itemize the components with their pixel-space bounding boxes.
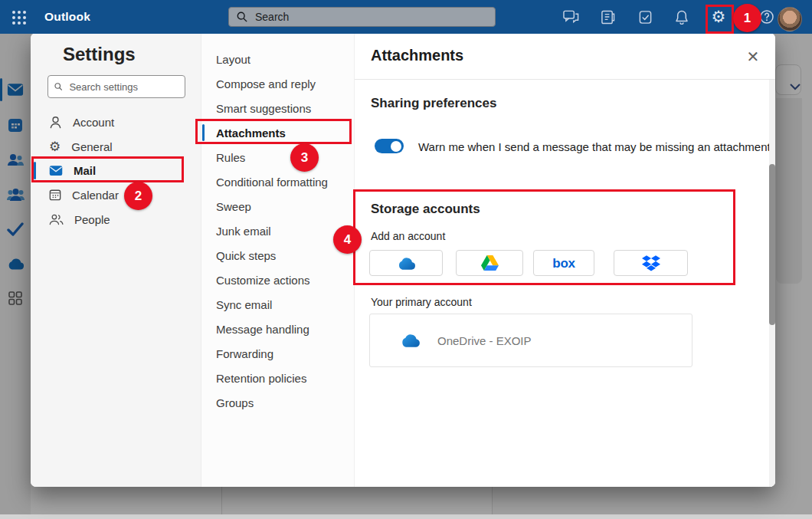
settings-modal: Settings Account ⚙ General Mail Calendar <box>31 33 775 487</box>
divider <box>355 79 775 80</box>
nav-label: Calendar <box>72 189 119 202</box>
notifications-bell-icon[interactable] <box>673 8 691 26</box>
search-input[interactable] <box>254 10 487 24</box>
search-icon <box>54 82 62 91</box>
mail-section-compose-and-reply[interactable]: Compose and reply <box>201 72 355 97</box>
account-avatar[interactable] <box>778 7 802 31</box>
onenote-feed-icon[interactable] <box>598 8 617 26</box>
mail-section-groups[interactable]: Groups <box>201 391 355 416</box>
window-bottom-edge <box>0 514 812 519</box>
mail-section-junk-email[interactable]: Junk email <box>201 219 355 244</box>
add-dropbox-button[interactable] <box>614 250 688 276</box>
primary-account-name: OneDrive - EXOIP <box>437 334 532 347</box>
mail-section-sweep[interactable]: Sweep <box>201 195 355 219</box>
mail-section-conditional-formatting[interactable]: Conditional formatting <box>201 170 355 195</box>
mail-section-attachments[interactable]: Attachments <box>201 121 355 146</box>
nav-label: People <box>74 213 110 226</box>
mail-sections-pane: Layout Compose and reply Smart suggestio… <box>201 33 354 487</box>
todo-icon[interactable] <box>636 8 654 26</box>
settings-gear-icon[interactable]: ⚙ <box>709 8 728 26</box>
add-google-drive-button[interactable] <box>456 250 523 276</box>
mail-section-layout[interactable]: Layout <box>201 48 355 72</box>
mail-section-retention-policies[interactable]: Retention policies <box>201 366 355 391</box>
panel-scrollbar <box>769 80 775 487</box>
help-icon[interactable] <box>758 8 776 26</box>
top-bar: Outlook ⚙ <box>0 0 812 34</box>
mail-section-customize-actions[interactable]: Customize actions <box>201 268 355 293</box>
settings-nav-mail[interactable]: Mail <box>31 158 201 182</box>
attachments-panel: Attachments ✕ Sharing preferences Warn m… <box>354 33 775 487</box>
mail-section-smart-suggestions[interactable]: Smart suggestions <box>201 97 355 121</box>
warn-missing-attachment-toggle[interactable] <box>375 139 404 153</box>
settings-title: Settings <box>63 44 136 65</box>
nav-label: Account <box>73 116 114 129</box>
mail-section-sync-email[interactable]: Sync email <box>201 293 355 317</box>
person-icon <box>49 116 62 129</box>
settings-nav-people[interactable]: People <box>31 207 201 232</box>
primary-account-heading: Your primary account <box>371 296 472 308</box>
mail-icon <box>49 165 63 176</box>
toggle-knob <box>391 141 401 152</box>
mail-section-rules[interactable]: Rules <box>201 146 355 170</box>
add-box-button[interactable]: box <box>533 250 594 276</box>
settings-nav-general[interactable]: ⚙ General <box>31 134 201 159</box>
onedrive-icon <box>399 333 421 347</box>
primary-account-card: OneDrive - EXOIP <box>369 314 692 367</box>
add-onedrive-button[interactable] <box>369 250 443 276</box>
box-logo: box <box>552 257 575 270</box>
dropbox-icon <box>642 255 660 271</box>
search-icon <box>237 11 247 22</box>
scrollbar-thumb[interactable] <box>769 164 775 325</box>
nav-label: General <box>71 140 112 153</box>
google-drive-icon <box>481 255 499 271</box>
close-icon[interactable]: ✕ <box>742 45 765 68</box>
nav-label: Mail <box>74 164 96 177</box>
settings-search-box[interactable] <box>47 75 185 98</box>
people-icon <box>49 214 64 225</box>
search-bar[interactable] <box>228 7 496 27</box>
add-account-label: Add an account <box>371 230 445 242</box>
sharing-preferences-heading: Sharing preferences <box>371 96 496 111</box>
app-launcher-icon[interactable] <box>12 11 26 25</box>
settings-search-input[interactable] <box>67 80 178 94</box>
settings-nav-pane: Settings Account ⚙ General Mail Calendar <box>31 33 201 487</box>
brand-title[interactable]: Outlook <box>44 0 90 34</box>
settings-nav-account[interactable]: Account <box>31 110 201 134</box>
toggle-label: Warn me when I send a message that may b… <box>418 140 771 153</box>
onedrive-icon <box>396 257 416 270</box>
gear-glyph: ⚙ <box>712 8 726 26</box>
outlook-app: Conversation History Outlook <box>0 0 812 519</box>
gear-icon: ⚙ <box>49 140 61 153</box>
mail-section-quick-steps[interactable]: Quick steps <box>201 244 355 268</box>
mail-section-forwarding[interactable]: Forwarding <box>201 342 355 366</box>
panel-title: Attachments <box>371 47 463 64</box>
chat-icon[interactable] <box>562 8 580 26</box>
settings-nav-calendar[interactable]: Calendar <box>31 182 201 207</box>
mail-section-message-handling[interactable]: Message handling <box>201 317 355 342</box>
calendar-icon <box>49 189 61 201</box>
storage-accounts-heading: Storage accounts <box>371 202 480 217</box>
